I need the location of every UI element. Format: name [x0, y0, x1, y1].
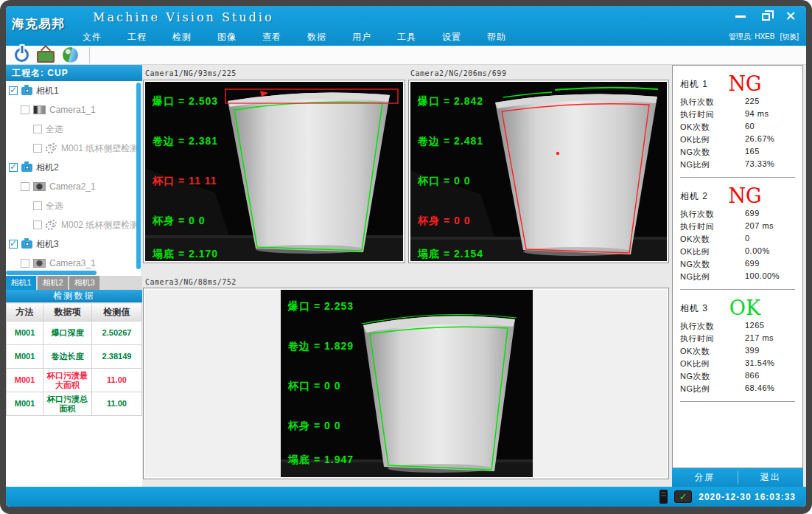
minimize-icon — [735, 15, 746, 18]
status-bar: 2020-12-30 16:03:33 — [6, 487, 806, 507]
tree-vertical-scrollbar[interactable] — [136, 83, 141, 269]
close-button[interactable]: ✕ — [783, 10, 799, 23]
detect-data-title: 检测数据 — [6, 290, 142, 302]
sphere-icon[interactable] — [63, 47, 78, 63]
app-title: Machine Vision Studio — [93, 10, 274, 24]
tab-camera3[interactable]: 相机3 — [69, 276, 99, 290]
tab-camera1[interactable]: 相机1 — [6, 276, 36, 290]
camera2-view: 爆口 = 2.842 卷边 = 2.481 杯口 = 0 0 杯身 = 0 0 … — [408, 80, 669, 263]
camera2-image: 爆口 = 2.842 卷边 = 2.481 杯口 = 0 0 杯身 = 0 0 … — [410, 82, 667, 261]
camera2-header: Camera2/NG/206ms/699 — [410, 69, 506, 77]
menu-item-inspect[interactable]: 检测 — [172, 31, 192, 44]
tree-item-camera2-1[interactable]: Camera2_1 — [6, 177, 141, 196]
cell-value: 2.50267 — [92, 322, 142, 345]
cell-method: M001 — [7, 345, 43, 369]
menu-item-user[interactable]: 用户 — [352, 31, 371, 44]
stat-row: 执行次数699 — [680, 209, 797, 221]
menu-item-view[interactable]: 查看 — [262, 31, 281, 44]
cup-photo — [145, 82, 403, 261]
power-icon[interactable] — [15, 48, 29, 62]
tree-label: 全选 — [46, 200, 63, 212]
camera1-checkbox[interactable] — [9, 86, 18, 95]
minimize-button[interactable] — [732, 10, 749, 23]
table-row[interactable]: M001 卷边长度 2.38149 — [7, 345, 142, 369]
user-area: 管理员: HXEB [切换] — [729, 32, 799, 42]
tree-label: 全选 — [46, 123, 63, 136]
stat-row: NG次数866 — [680, 371, 797, 383]
tree-item-camera1-1[interactable]: Camera1_1 — [6, 100, 141, 119]
camera1-image: 爆口 = 2.503 卷边 = 2.381 杯口 = 11 11 杯身 = 0 … — [145, 82, 403, 261]
measurement-line: 爆口 = 2.842 — [418, 95, 483, 108]
restore-button[interactable] — [757, 10, 774, 23]
camera1-stats: 相机 1 NG 执行次数225 执行时间94 ms OK次数60 OK比例26.… — [680, 72, 797, 178]
tree-item-m002[interactable]: M002 纸杯侧壁检测 — [6, 215, 141, 235]
image-thumbnail-icon — [33, 105, 46, 114]
divider — [680, 177, 795, 178]
monitor-check-icon[interactable] — [674, 490, 692, 503]
select-all-checkbox[interactable] — [33, 201, 42, 210]
table-row[interactable]: M001 杯口污渍总面积 11.00 — [7, 392, 142, 416]
switch-user-link[interactable]: [切换] — [780, 32, 799, 42]
camera-tabs: 相机1 相机2 相机3 — [6, 276, 142, 290]
camera-icon — [21, 87, 32, 95]
measurement-line: 卷边 = 1.829 — [288, 340, 354, 353]
camera2-stats-title: 相机 2 — [680, 190, 708, 203]
cell-value: 2.38149 — [92, 345, 142, 369]
tree-item-camera1[interactable]: 相机1 — [6, 81, 141, 100]
tree-label: Camera3_1 — [49, 258, 96, 268]
m001-checkbox[interactable] — [33, 144, 42, 153]
tree-label: M002 纸杯侧壁检测 — [61, 219, 139, 232]
camera3-result-badge: OK — [729, 297, 760, 319]
menu-item-settings[interactable]: 设置 — [442, 31, 461, 44]
toolbar — [6, 46, 806, 65]
stat-row: 执行时间207 ms — [680, 221, 797, 234]
tree-item-select-all-2[interactable]: 全选 — [6, 196, 141, 215]
stat-row: OK次数60 — [680, 122, 797, 134]
select-all-checkbox[interactable] — [33, 125, 42, 133]
exit-button[interactable]: 退出 — [738, 468, 804, 487]
measurement-line: 杯口 = 0 0 — [418, 175, 470, 188]
menu-item-help[interactable]: 帮助 — [487, 31, 506, 44]
menu-item-tools[interactable]: 工具 — [397, 31, 416, 44]
col-item: 数据项 — [43, 303, 92, 322]
menu-item-file[interactable]: 文件 — [83, 31, 102, 44]
camera1-stats-title: 相机 1 — [680, 78, 708, 91]
sign-board-icon[interactable] — [37, 51, 55, 63]
stat-row: 执行次数225 — [680, 97, 797, 109]
col-method: 方法 — [7, 303, 43, 322]
camera3-canvas: 爆口 = 2.253 卷边 = 1.829 杯口 = 0 0 杯身 = 0 0 … — [145, 290, 667, 477]
col-value: 检测值 — [92, 303, 142, 322]
tree-horizontal-scrollbar[interactable] — [6, 271, 97, 275]
divider — [680, 401, 795, 402]
tree-item-camera3[interactable]: 相机3 — [6, 235, 141, 254]
table-row[interactable]: M001 杯口污渍最大面积 11.00 — [7, 369, 142, 392]
table-row[interactable]: M001 爆口深度 2.50267 — [7, 322, 142, 345]
measurement-line: 杯身 = 0 0 — [418, 215, 470, 228]
menu-item-project[interactable]: 工程 — [127, 31, 147, 44]
tree-item-camera2[interactable]: 相机2 — [6, 158, 141, 177]
camera1-1-checkbox[interactable] — [21, 105, 29, 114]
camera2-checkbox[interactable] — [9, 163, 18, 172]
camera3-1-checkbox[interactable] — [21, 259, 29, 268]
restore-icon — [762, 13, 770, 21]
tree-label: Camera2_1 — [49, 181, 96, 192]
tab-camera2[interactable]: 相机2 — [38, 276, 68, 290]
stat-row: OK比例31.54% — [680, 358, 797, 371]
window-frame: 海克易邦 Machine Vision Studio ✕ 文件 工程 检测 图像… — [0, 0, 812, 514]
gear-icon — [46, 220, 57, 230]
tree-item-m001[interactable]: M001 纸杯侧壁检测 — [6, 139, 141, 158]
tree-item-select-all-1[interactable]: 全选 — [6, 119, 141, 139]
cup-photo — [410, 82, 667, 261]
stat-row: 执行时间94 ms — [680, 109, 797, 122]
image-thumbnail-icon — [33, 259, 46, 268]
split-screen-button[interactable]: 分屏 — [672, 468, 738, 487]
detect-data-table: 方法 数据项 检测值 M001 爆口深度 2.50267 M001 卷边长度 2… — [6, 302, 142, 416]
camera3-checkbox[interactable] — [9, 240, 18, 249]
measurement-line: 爆口 = 2.253 — [288, 300, 354, 313]
m002-checkbox[interactable] — [33, 220, 42, 229]
sidebar: 工程名: CUP 相机1 Camera1_1 全选 M001 纸杯侧壁检测 — [6, 65, 142, 487]
menu-item-data[interactable]: 数据 — [307, 31, 326, 44]
menu-item-image[interactable]: 图像 — [217, 31, 237, 44]
camera2-result-badge: NG — [728, 185, 761, 207]
camera2-1-checkbox[interactable] — [21, 182, 29, 191]
